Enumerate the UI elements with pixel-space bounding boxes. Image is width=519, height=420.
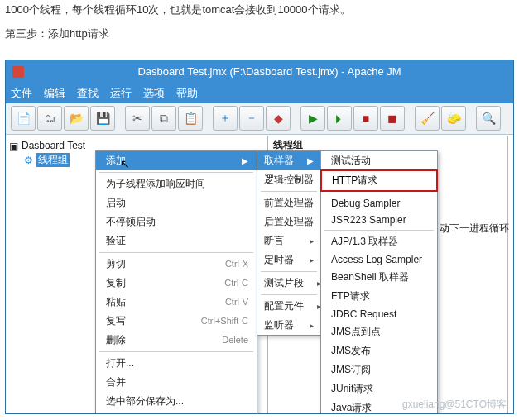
test-plan-tree[interactable]: ▣Dasboard Test ⚙线程组	[9, 139, 85, 168]
sampler-ftp[interactable]: FTP请求	[321, 287, 437, 306]
cut-button[interactable]: ✂	[125, 106, 150, 131]
context-menu: 添加▶ 为子线程添加响应时间 启动 不停顿启动 验证 剪切Ctrl-X 复制Ct…	[95, 150, 257, 414]
menu-run[interactable]: 运行	[110, 86, 132, 101]
menu-options[interactable]: 选项	[143, 86, 165, 101]
start-button[interactable]: ▶	[300, 106, 325, 131]
submenu-logic-controller[interactable]: 逻辑控制器▸	[257, 170, 320, 189]
sampler-junit[interactable]: JUnit请求	[321, 379, 437, 399]
toolbar: 📄 🗂 📂 💾 ✂ ⧉ 📋 ＋ － ◆ ▶ ⏵ ■ ◼ 🧹 🧽 🔍	[6, 103, 513, 135]
new-button[interactable]: 📄	[11, 106, 36, 131]
intro-line-1: 1000个线程，每个线程循环10次，也就是tomcat会接收到10000个请求。	[5, 2, 514, 19]
templates-button[interactable]: 🗂	[37, 106, 62, 131]
sampler-jsr223[interactable]: JSR223 Sampler	[321, 212, 437, 228]
app-icon	[12, 66, 24, 78]
tree-root[interactable]: Dasboard Test	[22, 140, 85, 151]
menu-start[interactable]: 启动	[96, 193, 257, 212]
tree-threadgroup[interactable]: 线程组	[36, 153, 70, 167]
menu-delete[interactable]: 删除Delete	[96, 331, 257, 350]
content-area: ▣Dasboard Test ⚙线程组 线程组 动下一进程循环 延迟创 调度器 …	[6, 135, 513, 414]
clear-all-button[interactable]: 🧽	[441, 106, 466, 131]
sampler-jms-p2p[interactable]: JMS点到点	[321, 322, 437, 341]
sampler-http-request[interactable]: HTTP请求	[320, 169, 438, 192]
menu-duplicate[interactable]: 复写Ctrl+Shift-C	[96, 312, 257, 331]
clear-button[interactable]: 🧹	[415, 106, 440, 131]
menu-merge[interactable]: 合并	[96, 373, 257, 392]
menu-add-think-time[interactable]: 为子线程添加响应时间	[96, 174, 257, 193]
submenu-listener[interactable]: 监听器▸	[257, 316, 320, 335]
watermark: gxueliang@51CTO博客	[402, 398, 507, 412]
stop-button[interactable]: ■	[353, 106, 378, 131]
submenu-timer[interactable]: 定时器▸	[257, 251, 320, 270]
sampler-jms-publish[interactable]: JMS发布	[321, 341, 437, 360]
menu-open[interactable]: 打开...	[96, 354, 257, 373]
intro-line-2: 第三步：添加http请求	[5, 26, 514, 43]
submenu-test-fragment[interactable]: 测试片段▸	[257, 274, 320, 293]
submenu-post-processor[interactable]: 后置处理器▸	[257, 212, 320, 231]
start-notimer-button[interactable]: ⏵	[327, 106, 352, 131]
sampler-jdbc[interactable]: JDBC Request	[321, 306, 437, 322]
open-button[interactable]: 📂	[64, 106, 89, 131]
menu-search[interactable]: 查找	[77, 86, 99, 101]
submenu-sampler-list: 测试活动 HTTP请求 Debug Sampler JSR223 Sampler…	[320, 150, 438, 414]
gear-icon: ⚙	[24, 155, 34, 165]
sampler-access-log[interactable]: Access Log Sampler	[321, 251, 437, 268]
toggle-button[interactable]: ◆	[266, 106, 291, 131]
menu-validate[interactable]: 验证	[96, 231, 257, 251]
submenu-sampler[interactable]: 取样器▶	[257, 151, 320, 170]
menu-copy[interactable]: 复制Ctrl-C	[96, 274, 257, 293]
sampler-ajp[interactable]: AJP/1.3 取样器	[321, 232, 437, 251]
paste-button[interactable]: 📋	[178, 106, 203, 131]
submenu-config-element[interactable]: 配置元件▸	[257, 297, 320, 316]
submenu-assertion[interactable]: 断言▸	[257, 231, 320, 251]
menu-save-selection[interactable]: 选中部分保存为...	[96, 392, 257, 411]
loop-hint: 动下一进程循环	[440, 222, 509, 236]
window-title: Dasboard Test.jmx (F:\Dasboard Test.jmx)…	[32, 65, 507, 78]
menubar: 文件 编辑 查找 运行 选项 帮助	[6, 84, 513, 103]
menu-file[interactable]: 文件	[11, 86, 32, 101]
search-button[interactable]: 🔍	[476, 106, 501, 131]
copy-button[interactable]: ⧉	[151, 106, 176, 131]
save-button[interactable]: 💾	[90, 106, 115, 131]
expand-button[interactable]: ＋	[213, 106, 238, 131]
titlebar: Dasboard Test.jmx (F:\Dasboard Test.jmx)…	[6, 60, 513, 84]
submenu-pre-processor[interactable]: 前置处理器▸	[257, 193, 320, 212]
submenu-add: 取样器▶ 逻辑控制器▸ 前置处理器▸ 后置处理器▸ 断言▸ 定时器▸ 测试片段▸…	[257, 150, 321, 336]
menu-help[interactable]: 帮助	[176, 86, 198, 101]
menu-cut[interactable]: 剪切Ctrl-X	[96, 255, 257, 274]
menu-edit[interactable]: 编辑	[44, 86, 65, 101]
menu-paste[interactable]: 粘贴Ctrl-V	[96, 293, 257, 312]
menu-start-no-pauses[interactable]: 不停顿启动	[96, 212, 257, 231]
menu-add[interactable]: 添加▶	[96, 151, 257, 170]
app-window: Dasboard Test.jmx (F:\Dasboard Test.jmx)…	[5, 60, 514, 414]
sampler-debug[interactable]: Debug Sampler	[321, 195, 437, 212]
sampler-test-action[interactable]: 测试活动	[321, 151, 437, 170]
collapse-button[interactable]: －	[239, 106, 264, 131]
sampler-beanshell[interactable]: BeanShell 取样器	[321, 268, 437, 287]
sampler-jms-subscribe[interactable]: JMS订阅	[321, 360, 437, 379]
minus-icon[interactable]: ▣	[9, 141, 19, 150]
shutdown-button[interactable]: ◼	[380, 106, 405, 131]
